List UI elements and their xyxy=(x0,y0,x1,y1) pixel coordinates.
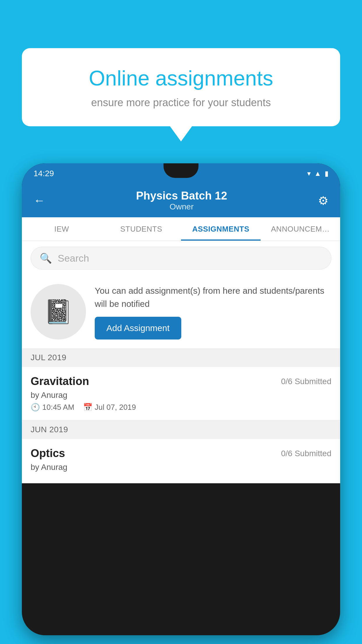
assignment-title-gravitation: Gravitation xyxy=(31,375,89,388)
battery-icon: ▮ xyxy=(325,169,328,178)
status-icons: ▾ ▲ ▮ xyxy=(307,169,328,178)
settings-icon[interactable]: ⚙ xyxy=(318,194,328,207)
phone-frame: 14:29 ▾ ▲ ▮ ← Physics Batch 12 Owner ⚙ I… xyxy=(22,163,340,635)
search-placeholder: Search xyxy=(58,253,89,264)
add-assignment-button[interactable]: Add Assignment xyxy=(95,317,181,340)
wifi-icon: ▾ xyxy=(307,169,311,178)
assignment-time: 🕙 10:45 AM xyxy=(31,403,74,412)
app-header: ← Physics Batch 12 Owner ⚙ xyxy=(22,184,340,217)
calendar-icon: 📅 xyxy=(83,403,92,412)
content-area: 🔍 Search 📓 You can add assignment(s) fro… xyxy=(22,241,340,483)
assignment-date: 📅 Jul 07, 2019 xyxy=(83,403,136,412)
promo-block: 📓 You can add assignment(s) from here an… xyxy=(22,275,340,348)
promo-description: You can add assignment(s) from here and … xyxy=(95,284,331,310)
section-header-jul: JUL 2019 xyxy=(22,348,340,367)
tab-students[interactable]: STUDENTS xyxy=(101,217,181,241)
app-subtitle: Owner xyxy=(136,202,227,211)
speech-bubble-title: Online assignments xyxy=(42,66,320,91)
assignment-item-gravitation[interactable]: Gravitation 0/6 Submitted by Anurag 🕙 10… xyxy=(22,367,340,420)
app-header-center: Physics Batch 12 Owner xyxy=(136,190,227,211)
search-icon: 🔍 xyxy=(40,252,52,264)
tab-assignments[interactable]: ASSIGNMENTS xyxy=(181,217,261,241)
assignment-submitted-gravitation: 0/6 Submitted xyxy=(281,377,331,386)
tab-announcements[interactable]: ANNOUNCEM… xyxy=(261,217,340,241)
app-title: Physics Batch 12 xyxy=(136,190,227,202)
assignment-item-optics[interactable]: Optics 0/6 Submitted by Anurag xyxy=(22,439,340,483)
promo-text-area: You can add assignment(s) from here and … xyxy=(95,284,331,340)
assignment-by-optics: by Anurag xyxy=(31,463,331,472)
notebook-icon: 📓 xyxy=(44,298,73,326)
assignment-top-row-optics: Optics 0/6 Submitted xyxy=(31,447,331,460)
section-header-jun: JUN 2019 xyxy=(22,420,340,439)
assignment-by-gravitation: by Anurag xyxy=(31,391,331,400)
status-bar: 14:29 ▾ ▲ ▮ xyxy=(22,163,340,184)
phone-notch xyxy=(164,163,198,178)
date-value: Jul 07, 2019 xyxy=(95,403,136,412)
status-time: 14:29 xyxy=(34,169,54,178)
signal-icon: ▲ xyxy=(314,169,321,178)
tab-iew[interactable]: IEW xyxy=(22,217,101,241)
speech-bubble: Online assignments ensure more practice … xyxy=(22,48,340,126)
search-bar[interactable]: 🔍 Search xyxy=(31,247,331,270)
assignment-title-optics: Optics xyxy=(31,447,65,460)
assignment-submitted-optics: 0/6 Submitted xyxy=(281,449,331,458)
tab-bar: IEW STUDENTS ASSIGNMENTS ANNOUNCEM… xyxy=(22,217,340,241)
time-value: 10:45 AM xyxy=(42,403,74,412)
assignment-icon-circle: 📓 xyxy=(31,284,86,340)
assignment-top-row: Gravitation 0/6 Submitted xyxy=(31,375,331,388)
assignment-meta-gravitation: 🕙 10:45 AM 📅 Jul 07, 2019 xyxy=(31,403,331,412)
back-button[interactable]: ← xyxy=(34,194,45,207)
clock-icon: 🕙 xyxy=(31,403,40,412)
speech-bubble-subtitle: ensure more practice for your students xyxy=(42,97,320,109)
